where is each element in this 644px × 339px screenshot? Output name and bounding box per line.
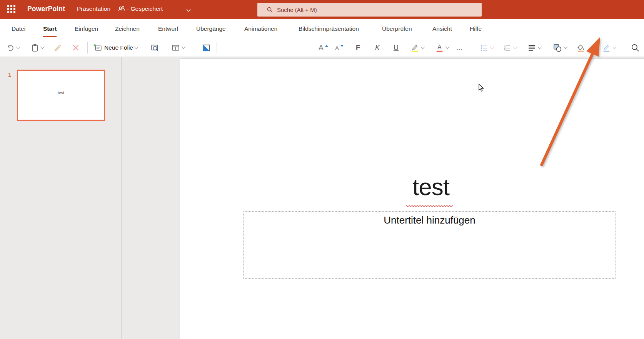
new-slide-icon: [93, 43, 103, 53]
delete-button[interactable]: [71, 39, 80, 57]
paste-button[interactable]: [30, 39, 44, 57]
tab-uebergaenge[interactable]: Übergänge: [196, 19, 226, 39]
caret-down-icon: [340, 45, 344, 47]
svg-text:3: 3: [504, 49, 506, 52]
format-painter-button[interactable]: [53, 39, 62, 57]
tab-animationen[interactable]: Animationen: [244, 19, 277, 39]
ribbon-tab-bar: Datei Start Einfügen Zeichnen Entwurf Üb…: [0, 19, 644, 39]
search-placeholder: Suche (Alt + M): [277, 7, 317, 13]
highlighter-icon: [410, 43, 420, 53]
new-slide-label: Neue Folie: [104, 44, 133, 51]
tab-start[interactable]: Start: [43, 19, 57, 39]
shape-fill-button[interactable]: [576, 39, 586, 57]
toolbar-divider: [87, 42, 88, 53]
thumbnail-title-text: test: [58, 90, 65, 95]
highlight-color-button[interactable]: [410, 39, 424, 57]
clipboard-icon: [30, 43, 39, 52]
delete-x-icon: [71, 43, 80, 52]
italic-button[interactable]: K: [375, 39, 380, 57]
toolbar-divider: [621, 42, 621, 53]
chevron-down-icon: [16, 44, 20, 48]
chevron-down-icon: [563, 44, 567, 48]
slide-thumbnail-preview: test: [19, 72, 103, 119]
quick-toolbar: Neue Folie: [0, 39, 644, 57]
document-name[interactable]: Präsentation: [77, 5, 110, 12]
numbered-list-button[interactable]: 1 2 3: [502, 39, 517, 57]
powerpoint-web-window: PowerPoint Präsentation - Gespeichert Su…: [0, 0, 644, 339]
layout-button[interactable]: [171, 39, 185, 57]
chevron-down-icon: [134, 44, 138, 48]
chevron-down-icon: [181, 44, 185, 48]
toolbar-divider: [475, 42, 475, 53]
toolbar-divider: [217, 42, 217, 53]
collaborators-icon[interactable]: [117, 5, 126, 15]
font-color-button[interactable]: A: [435, 39, 449, 57]
slide-title-text[interactable]: test: [354, 173, 508, 200]
title-bar: PowerPoint Präsentation - Gespeichert Su…: [0, 0, 644, 19]
chevron-down-icon: [537, 44, 542, 48]
svg-text:A: A: [437, 44, 442, 50]
panel-divider: [121, 57, 122, 339]
new-slide-button[interactable]: Neue Folie: [93, 39, 138, 57]
font-color-icon: A: [435, 43, 444, 53]
chevron-down-icon: [612, 44, 616, 48]
tab-einfuegen[interactable]: Einfügen: [75, 19, 98, 39]
caret-up-icon: [325, 45, 328, 47]
tab-zeichnen[interactable]: Zeichnen: [115, 19, 140, 39]
more-options-label: …: [456, 44, 463, 52]
tab-ansicht[interactable]: Ansicht: [432, 19, 452, 39]
save-status: - Gespeichert: [127, 5, 163, 12]
bullet-list-icon: [479, 43, 489, 53]
align-text-icon: [527, 43, 537, 53]
designer-button[interactable]: [202, 39, 211, 57]
chevron-down-icon: [513, 44, 517, 48]
designer-icon: [202, 43, 211, 53]
subtitle-placeholder-box[interactable]: Untertitel hinzufügen: [243, 211, 616, 279]
workspace: 1 test: [0, 57, 644, 339]
grow-font-icon: A: [319, 43, 324, 52]
find-button[interactable]: [630, 39, 640, 57]
shape-outline-button[interactable]: [602, 39, 616, 57]
search-input[interactable]: Suche (Alt + M): [257, 3, 482, 17]
bold-label: F: [356, 44, 360, 52]
app-name[interactable]: PowerPoint: [27, 5, 65, 13]
tab-entwurf[interactable]: Entwurf: [158, 19, 179, 39]
chevron-down-icon: [490, 44, 494, 48]
toolbar-divider: [548, 42, 548, 53]
search-icon: [630, 43, 640, 53]
spellcheck-squiggle: [406, 202, 453, 209]
chevron-down-icon: [420, 44, 425, 48]
italic-label: K: [375, 44, 380, 52]
tab-bildschirmpraesentation[interactable]: Bildschirmpräsentation: [299, 19, 359, 39]
subtitle-placeholder-text: Untertitel hinzufügen: [244, 214, 616, 226]
app-launcher-icon[interactable]: [7, 5, 16, 14]
search-icon: [267, 7, 273, 13]
title-chevron-down-icon[interactable]: [186, 7, 191, 11]
increase-font-size-button[interactable]: A: [319, 39, 328, 57]
decrease-font-size-button[interactable]: A: [335, 39, 344, 57]
tab-ueberpruefen[interactable]: Überprüfen: [382, 19, 412, 39]
outline-pencil-icon: [602, 43, 611, 53]
numbered-list-icon: 1 2 3: [502, 43, 512, 53]
tab-hilfe[interactable]: Hilfe: [470, 19, 482, 39]
format-painter-icon: [53, 43, 62, 52]
shapes-icon: [552, 43, 562, 53]
slide-layout-icon: [171, 43, 180, 53]
underline-button[interactable]: U: [394, 39, 399, 57]
bold-button[interactable]: F: [356, 39, 360, 57]
more-font-options-button[interactable]: …: [456, 39, 463, 57]
bullet-list-button[interactable]: [479, 39, 494, 57]
undo-button[interactable]: [6, 39, 20, 57]
tab-datei[interactable]: Datei: [12, 19, 25, 39]
chevron-down-icon: [445, 44, 449, 48]
undo-icon: [6, 43, 15, 52]
shapes-button[interactable]: [552, 39, 567, 57]
underline-label: U: [394, 44, 399, 52]
reuse-slides-button[interactable]: [150, 39, 160, 57]
align-text-button[interactable]: [527, 39, 541, 57]
chevron-down-icon: [40, 44, 44, 48]
slide-number: 1: [8, 71, 11, 78]
slide-zoom-icon: [150, 43, 160, 53]
slide-thumbnail-1[interactable]: test: [17, 70, 105, 121]
fill-bucket-icon: [576, 43, 586, 53]
